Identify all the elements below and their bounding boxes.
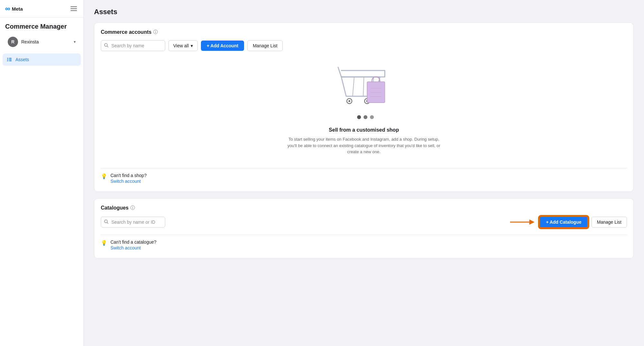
commerce-search-wrapper: [101, 40, 165, 51]
commerce-empty-state: Sell from a customised shop To start sel…: [101, 58, 627, 163]
main-content: Assets Commerce accounts ⓘ View all ▾: [84, 0, 644, 346]
manage-catalogues-label: Manage List: [597, 220, 621, 225]
svg-point-20: [364, 115, 367, 119]
svg-rect-1: [9, 58, 12, 59]
catalogues-card: Catalogues ⓘ: [94, 198, 634, 258]
catalogues-cant-find-text: Can't find a catalogue?: [110, 239, 156, 245]
hamburger-button[interactable]: [69, 5, 78, 12]
sidebar: ∞ Meta Commerce Manager R Rexinsta ▾: [0, 0, 84, 346]
commerce-accounts-title: Commerce accounts: [101, 29, 151, 35]
cart-illustration: [328, 64, 399, 122]
hamburger-line-2: [71, 8, 77, 9]
commerce-empty-title: Sell from a customised shop: [329, 127, 399, 133]
sidebar-item-assets-label: Assets: [15, 57, 29, 62]
account-selector[interactable]: R Rexinsta ▾: [3, 34, 81, 50]
chevron-down-icon: ▾: [74, 40, 76, 44]
catalogues-search-wrapper: [101, 217, 165, 228]
view-all-label: View all: [173, 43, 189, 48]
svg-point-21: [370, 115, 374, 119]
commerce-accounts-info-icon[interactable]: ⓘ: [153, 29, 158, 35]
commerce-accounts-header: Commerce accounts ⓘ: [101, 29, 627, 35]
commerce-empty-desc: To start selling your items on Facebook …: [283, 136, 444, 155]
catalogues-switch-account-link[interactable]: Switch account: [110, 245, 156, 250]
add-catalogue-button[interactable]: + Add Catalogue: [539, 216, 588, 228]
meta-logo: ∞ Meta: [5, 5, 23, 13]
sidebar-nav: Assets: [0, 51, 83, 68]
view-all-dropdown[interactable]: View all ▾: [168, 40, 198, 51]
lightbulb-icon: 💡: [101, 173, 107, 179]
svg-point-12: [348, 100, 350, 102]
commerce-accounts-toolbar: View all ▾ + Add Account Manage List: [101, 40, 627, 51]
svg-rect-3: [9, 59, 12, 60]
svg-point-19: [357, 115, 361, 119]
meta-logo-icon: ∞: [5, 5, 10, 13]
account-name: Rexinsta: [21, 39, 71, 44]
manage-accounts-label: Manage List: [253, 43, 277, 48]
commerce-cant-find-text: Can't find a shop?: [110, 173, 147, 178]
catalogues-search-icon: [104, 219, 109, 225]
commerce-accounts-card: Commerce accounts ⓘ View all ▾ + Add Acc…: [94, 23, 634, 192]
commerce-search-input[interactable]: [101, 40, 165, 51]
catalogues-title: Catalogues: [101, 205, 128, 211]
svg-marker-25: [529, 220, 535, 225]
add-account-button[interactable]: + Add Account: [201, 41, 244, 51]
catalogues-cant-find: 💡 Can't find a catalogue? Switch account: [101, 235, 627, 252]
hamburger-line-1: [71, 6, 77, 7]
page-title: Assets: [94, 8, 634, 16]
svg-rect-2: [7, 59, 8, 60]
view-all-chevron-icon: ▾: [191, 43, 193, 48]
app-title: Commerce Manager: [0, 18, 83, 33]
commerce-switch-account-link[interactable]: Switch account: [110, 179, 147, 184]
commerce-cant-find: 💡 Can't find a shop? Switch account: [101, 168, 627, 185]
catalogues-toolbar: + Add Catalogue Manage List: [101, 216, 627, 228]
svg-rect-4: [7, 61, 8, 61]
arrow-annotation: [509, 217, 535, 227]
svg-line-8: [353, 77, 354, 96]
avatar: R: [8, 37, 18, 47]
add-account-button-label: + Add Account: [207, 43, 238, 48]
manage-catalogues-button[interactable]: Manage List: [592, 217, 627, 228]
hamburger-line-3: [71, 10, 77, 11]
svg-line-9: [363, 77, 364, 96]
catalogues-search-input[interactable]: [101, 217, 165, 228]
svg-rect-0: [7, 58, 8, 59]
svg-rect-5: [9, 61, 12, 61]
svg-line-7: [107, 46, 109, 47]
sidebar-header: ∞ Meta: [0, 0, 83, 18]
add-catalogue-button-label: + Add Catalogue: [546, 220, 581, 225]
catalogues-header: Catalogues ⓘ: [101, 205, 627, 211]
assets-icon: [6, 57, 12, 62]
meta-logo-text: Meta: [12, 6, 23, 12]
catalogues-info-icon[interactable]: ⓘ: [130, 205, 135, 211]
sidebar-item-assets[interactable]: Assets: [3, 53, 81, 66]
svg-line-23: [107, 222, 109, 224]
commerce-search-icon: [104, 43, 109, 49]
manage-accounts-button[interactable]: Manage List: [247, 40, 283, 51]
catalogues-lightbulb-icon: 💡: [101, 240, 107, 246]
